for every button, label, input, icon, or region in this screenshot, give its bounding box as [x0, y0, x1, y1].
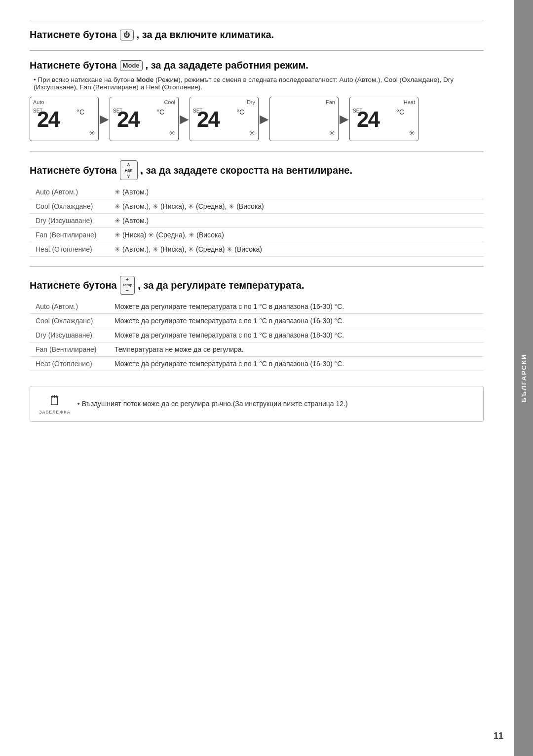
speed-cell: ✳︎ (Автом.) — [109, 185, 484, 199]
temp-button-icon: + Temp − — [120, 276, 135, 295]
desc-cell: Температурата не може да се регулира. — [109, 342, 484, 356]
mode-cell: Fan (Вентилиране) — [30, 228, 109, 242]
desc-cell: Можете да регулирате температурата с по … — [109, 328, 484, 342]
note-icon: 🗒 ЗАБЕЛЕЖКА — [39, 393, 71, 415]
table-row: Fan (Вентилиране) Температурата не може … — [30, 342, 484, 356]
page-number: 11 — [494, 731, 503, 741]
panel-heat: Heat SET 24 °C ✳︎ — [349, 97, 419, 141]
panel-auto: Auto SET 24 °C ✳︎ — [30, 97, 99, 141]
panel-dry-label: Dry — [247, 99, 255, 105]
panel-fan: Fan ✳︎ — [269, 97, 339, 141]
speed-cell: ✳︎ (Ниска) ✳︎ (Средна), ✳︎ (Висока) — [109, 228, 484, 242]
panel-heat-degree: °C — [396, 108, 404, 116]
panel-cool-fan: ✳︎ — [169, 128, 175, 138]
panel-auto-fan: ✳︎ — [89, 128, 95, 138]
power-button-icon: ⏻ — [120, 30, 134, 40]
panel-heat-number: 24 — [357, 107, 379, 132]
panel-auto-degree: °C — [76, 108, 84, 116]
note-label: ЗАБЕЛЕЖКА — [39, 410, 71, 415]
panel-fan-fan: ✳︎ — [329, 128, 335, 138]
mode-button-icon: Mode — [120, 60, 143, 71]
panel-dry-degree: °C — [236, 108, 244, 116]
arrow-3: ▶ — [260, 112, 268, 126]
section-mode-title: Натиснете бутона Mode , за да зададете р… — [30, 60, 484, 71]
mode-cell: Cool (Охлаждане) — [30, 199, 109, 214]
section-temp: Натиснете бутона + Temp − , за да регули… — [30, 266, 484, 371]
arrow-2: ▶ — [180, 112, 189, 126]
panel-cool: Cool SET 24 °C ✳︎ — [110, 97, 179, 141]
desc-cell: Можете да регулирате температурата с по … — [109, 300, 484, 314]
panel-auto-label: Auto — [33, 99, 44, 105]
table-row: Dry (Изсушаване) ✳︎ (Автом.) — [30, 214, 484, 228]
table-row: Heat (Отопление) ✳︎ (Автом.), ✳︎ (Ниска)… — [30, 242, 484, 257]
speed-cell: ✳︎ (Автом.), ✳︎ (Ниска), ✳︎ (Средна) ✳︎ … — [109, 242, 484, 257]
mode-description: При всяко натискане на бутона Mode (Режи… — [30, 76, 484, 91]
table-row: Cool (Охлаждане) ✳︎ (Автом.), ✳︎ (Ниска)… — [30, 199, 484, 214]
panel-cool-degree: °C — [156, 108, 164, 116]
mode-cell: Heat (Отопление) — [30, 242, 109, 257]
panel-dry: Dry SET 24 °C ✳︎ — [190, 97, 259, 141]
table-row: Heat (Отопление) Можете да регулирате те… — [30, 356, 484, 371]
side-label-text: БЪЛГАРСКИ — [520, 354, 528, 402]
panel-heat-fan: ✳︎ — [409, 128, 415, 138]
panel-cool-label: Cool — [164, 99, 175, 105]
fan-button-icon: ∧ Fan ∨ — [120, 160, 138, 180]
section-temp-title: Натиснете бутона + Temp − , за да регули… — [30, 276, 484, 295]
mode-display-panels: Auto SET 24 °C ✳︎ ▶ Cool SET 24 °C ✳︎ ▶ … — [30, 97, 484, 141]
table-row: Dry (Изсушаване) Можете да регулирате те… — [30, 328, 484, 342]
mode-cell: Heat (Отопление) — [30, 356, 109, 371]
arrow-1: ▶ — [100, 112, 109, 126]
table-row: Cool (Охлаждане) Можете да регулирате те… — [30, 313, 484, 328]
note-box: 🗒 ЗАБЕЛЕЖКА Въздушният поток може да се … — [30, 386, 484, 422]
table-row: Auto (Автом.) Можете да регулирате темпе… — [30, 300, 484, 314]
speed-cell: ✳︎ (Автом.) — [109, 214, 484, 228]
panel-dry-fan: ✳︎ — [249, 128, 255, 138]
arrow-4: ▶ — [340, 112, 348, 126]
mode-cell: Dry (Изсушаване) — [30, 214, 109, 228]
note-text: Въздушният поток може да се регулира ръч… — [77, 400, 348, 408]
section-power-title: Натиснете бутона ⏻ , за да включите клим… — [30, 29, 484, 40]
temp-table: Auto (Автом.) Можете да регулирате темпе… — [30, 300, 484, 371]
fan-speed-table: Auto (Автом.) ✳︎ (Автом.) Cool (Охлаждан… — [30, 185, 484, 257]
panel-dry-number: 24 — [197, 107, 219, 132]
table-row: Fan (Вентилиране) ✳︎ (Ниска) ✳︎ (Средна)… — [30, 228, 484, 242]
speed-cell: ✳︎ (Автом.), ✳︎ (Ниска), ✳︎ (Средна), ✳︎… — [109, 199, 484, 214]
section-mode: Натиснете бутона Mode , за да зададете р… — [30, 50, 484, 141]
panel-auto-number: 24 — [37, 107, 59, 132]
panel-heat-label: Heat — [404, 99, 415, 105]
section-fan-title: Натиснете бутона ∧ Fan ∨ , за да зададет… — [30, 160, 484, 180]
mode-cell: Fan (Вентилиране) — [30, 342, 109, 356]
panel-cool-number: 24 — [117, 107, 139, 132]
side-label: БЪЛГАРСКИ — [514, 0, 533, 756]
desc-cell: Можете да регулирате температурата с по … — [109, 356, 484, 371]
section-power: Натиснете бутона ⏻ , за да включите клим… — [30, 20, 484, 40]
table-row: Auto (Автом.) ✳︎ (Автом.) — [30, 185, 484, 199]
mode-cell: Auto (Автом.) — [30, 300, 109, 314]
mode-cell: Cool (Охлаждане) — [30, 313, 109, 328]
document-icon: 🗒 — [48, 393, 61, 409]
panel-fan-label: Fan — [326, 99, 335, 105]
mode-cell: Dry (Изсушаване) — [30, 328, 109, 342]
section-fan: Натиснете бутона ∧ Fan ∨ , за да зададет… — [30, 151, 484, 257]
desc-cell: Можете да регулирате температурата с по … — [109, 313, 484, 328]
mode-cell: Auto (Автом.) — [30, 185, 109, 199]
